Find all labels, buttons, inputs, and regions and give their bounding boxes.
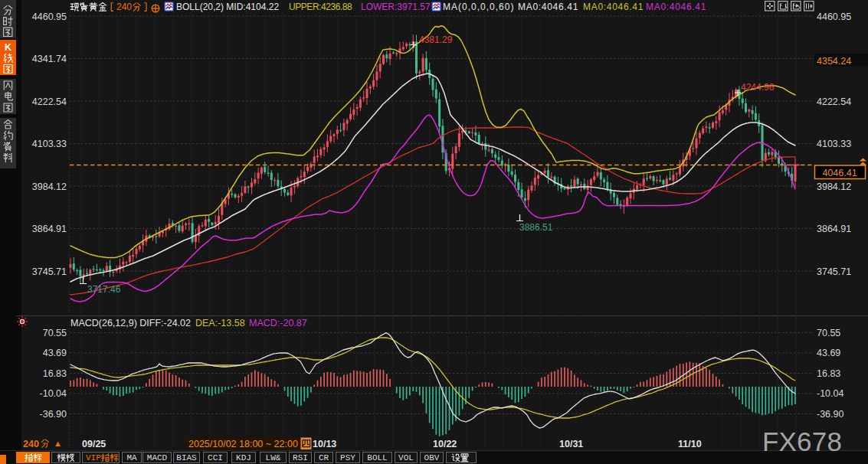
svg-text:LW&: LW& bbox=[266, 453, 281, 462]
svg-text:RSI: RSI bbox=[293, 453, 308, 462]
svg-text:3886.51: 3886.51 bbox=[519, 222, 553, 233]
svg-text:MA: MA bbox=[126, 453, 137, 462]
svg-text:4103.33: 4103.33 bbox=[32, 139, 67, 149]
svg-text:4381.29: 4381.29 bbox=[419, 34, 453, 45]
svg-text:-36.90: -36.90 bbox=[40, 409, 67, 420]
svg-text:BIAS: BIAS bbox=[176, 453, 197, 462]
svg-text:10/13: 10/13 bbox=[313, 439, 336, 449]
svg-text:4046.41: 4046.41 bbox=[822, 168, 857, 178]
svg-text:4222.54: 4222.54 bbox=[32, 96, 67, 107]
svg-text:4222.54: 4222.54 bbox=[817, 96, 851, 107]
svg-text:3984.12: 3984.12 bbox=[32, 181, 67, 192]
svg-text:11/10: 11/10 bbox=[678, 439, 702, 449]
svg-text:UPPER:4236.88: UPPER:4236.88 bbox=[289, 2, 352, 12]
svg-text:K: K bbox=[5, 42, 11, 53]
svg-text:CCI: CCI bbox=[208, 453, 223, 462]
svg-text:3745.71: 3745.71 bbox=[817, 266, 851, 277]
svg-text:▲: ▲ bbox=[54, 439, 62, 448]
svg-text:-10.04: -10.04 bbox=[817, 388, 843, 399]
svg-text:KDJ: KDJ bbox=[236, 453, 251, 462]
svg-text:3864.91: 3864.91 bbox=[817, 224, 851, 234]
svg-text:MA0:4046.41: MA0:4046.41 bbox=[646, 2, 706, 12]
svg-text:10/22: 10/22 bbox=[433, 439, 457, 449]
svg-text:MA0:4046.41: MA0:4046.41 bbox=[583, 2, 644, 12]
svg-text:-36.90: -36.90 bbox=[817, 409, 843, 420]
svg-text:70.55: 70.55 bbox=[817, 328, 840, 338]
svg-text:CR: CR bbox=[319, 453, 329, 462]
svg-text:4244.96: 4244.96 bbox=[741, 82, 775, 93]
svg-text:MACD:-20.87: MACD:-20.87 bbox=[249, 318, 307, 328]
svg-text:3745.71: 3745.71 bbox=[32, 266, 67, 277]
svg-text:4460.95: 4460.95 bbox=[817, 11, 851, 22]
svg-text:240: 240 bbox=[23, 439, 39, 449]
svg-text:VIP: VIP bbox=[86, 453, 101, 462]
svg-text:4460.95: 4460.95 bbox=[32, 11, 67, 22]
svg-text:3984.12: 3984.12 bbox=[817, 181, 851, 192]
svg-text:VOL: VOL bbox=[398, 453, 414, 462]
svg-text:DEA:-13.58: DEA:-13.58 bbox=[195, 318, 245, 328]
svg-text:3864.91: 3864.91 bbox=[32, 224, 67, 234]
svg-text:43.69: 43.69 bbox=[817, 348, 840, 358]
svg-text:BOLL(20,2) MID:4104.22: BOLL(20,2) MID:4104.22 bbox=[176, 2, 279, 12]
svg-text:PSY: PSY bbox=[340, 453, 355, 462]
svg-text:16.83: 16.83 bbox=[43, 368, 67, 379]
svg-text:OBV: OBV bbox=[424, 453, 440, 462]
svg-text:16.83: 16.83 bbox=[817, 368, 840, 379]
svg-text:3717.46: 3717.46 bbox=[87, 284, 121, 295]
svg-text:240: 240 bbox=[116, 2, 132, 12]
svg-text:4354.24: 4354.24 bbox=[817, 56, 851, 67]
svg-text:43.69: 43.69 bbox=[43, 348, 67, 358]
svg-text:-10.04: -10.04 bbox=[40, 388, 67, 399]
svg-text:4103.33: 4103.33 bbox=[817, 139, 851, 149]
svg-text:BOLL: BOLL bbox=[367, 453, 387, 462]
svg-text:10/31: 10/31 bbox=[559, 439, 583, 449]
svg-text:4341.74: 4341.74 bbox=[32, 54, 67, 64]
svg-text:LOWER:3971.57: LOWER:3971.57 bbox=[361, 2, 431, 12]
svg-text:MACD: MACD bbox=[147, 453, 168, 462]
svg-text:MACD(26,12,9) DIFF:-24.02: MACD(26,12,9) DIFF:-24.02 bbox=[70, 318, 191, 328]
svg-text:09/25: 09/25 bbox=[82, 439, 106, 449]
svg-text:MA(0,0,0,0,60): MA(0,0,0,0,60) bbox=[443, 2, 514, 12]
svg-text:MA0:4046.41: MA0:4046.41 bbox=[518, 2, 578, 12]
svg-text:2025/10/02 18:00 ~ 22:00: 2025/10/02 18:00 ~ 22:00 bbox=[188, 439, 298, 449]
svg-text:70.55: 70.55 bbox=[43, 328, 67, 338]
